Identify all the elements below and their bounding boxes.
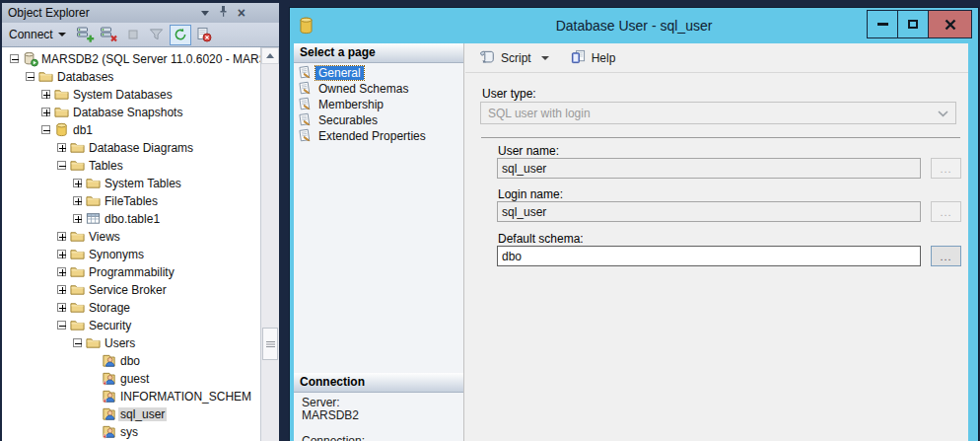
tree-row[interactable]: Views xyxy=(2,228,260,246)
page-icon xyxy=(298,81,312,98)
section-divider xyxy=(481,137,960,138)
page-item-owned-schemas[interactable]: Owned Schemas xyxy=(294,81,463,97)
tree-row[interactable]: INFORMATION_SCHEM xyxy=(2,388,260,405)
page-item-label: Owned Schemas xyxy=(315,82,411,96)
tree-row[interactable]: FileTables xyxy=(2,192,260,210)
dialog-titlebar[interactable]: Database User - sql_user xyxy=(290,8,978,43)
tree-row[interactable]: Database Diagrams xyxy=(2,139,260,157)
page-item-general[interactable]: General xyxy=(294,65,463,81)
minimize-button[interactable] xyxy=(867,10,898,38)
folder-icon xyxy=(70,318,86,333)
tree-row[interactable]: System Tables xyxy=(2,175,260,192)
filter-icon[interactable] xyxy=(146,25,168,45)
connect-label: Connect xyxy=(9,28,53,41)
tree-row[interactable]: Databases xyxy=(2,68,260,86)
expand-icon[interactable] xyxy=(57,267,66,276)
disconnect-server-icon[interactable] xyxy=(99,25,120,45)
collapse-icon[interactable] xyxy=(57,161,66,170)
scroll-up-button[interactable] xyxy=(261,47,279,64)
connection-label: Connection: xyxy=(302,434,365,441)
page-item-label: Securables xyxy=(315,113,381,127)
tree-row[interactable]: Users xyxy=(2,334,260,352)
user-name-input[interactable] xyxy=(497,158,921,179)
tree-item-label: sys xyxy=(118,425,140,439)
refresh-icon[interactable] xyxy=(170,25,191,45)
collapse-icon[interactable] xyxy=(73,338,82,347)
expand-icon[interactable] xyxy=(57,303,66,312)
tree-row[interactable]: System Databases xyxy=(2,86,260,104)
expand-icon[interactable] xyxy=(57,143,66,152)
help-label: Help xyxy=(592,51,616,65)
collapse-icon[interactable] xyxy=(10,54,19,63)
scrollbar-thumb[interactable] xyxy=(262,328,278,360)
grip-icon xyxy=(266,340,275,348)
page-icon xyxy=(298,97,312,113)
collapse-icon[interactable] xyxy=(41,125,50,134)
object-explorer-scrollbar[interactable] xyxy=(260,47,279,441)
default-schema-input[interactable] xyxy=(497,246,921,266)
expand-icon[interactable] xyxy=(73,179,82,187)
server-label: Server: xyxy=(302,396,340,409)
collapse-icon[interactable] xyxy=(26,72,35,81)
page-icon xyxy=(298,112,312,129)
tree-row[interactable]: Service Broker xyxy=(2,281,260,299)
default-schema-label: Default schema: xyxy=(498,232,584,246)
expand-icon[interactable] xyxy=(57,250,66,258)
script-icon xyxy=(478,49,495,67)
tree-row[interactable]: Tables xyxy=(2,157,260,175)
general-page: Script Help User type: SQL user with log… xyxy=(465,43,968,441)
script-error-icon[interactable] xyxy=(193,25,215,45)
help-button[interactable]: Help xyxy=(565,46,622,70)
login-name-browse-button[interactable]: ... xyxy=(931,201,961,222)
expand-icon[interactable] xyxy=(73,196,82,205)
object-explorer-titlebar[interactable]: Object Explorer × xyxy=(2,3,279,23)
page-item-membership[interactable]: Membership xyxy=(294,97,463,112)
expand-icon[interactable] xyxy=(57,285,66,294)
folder-icon xyxy=(70,229,86,245)
tree-row[interactable]: db1 xyxy=(2,121,260,139)
object-explorer-tree: MARSDB2 (SQL Server 11.0.6020 - MARSDDat… xyxy=(2,47,260,441)
expand-icon[interactable] xyxy=(73,214,82,223)
user-type-combobox[interactable]: SQL user with login xyxy=(480,102,956,124)
tree-item-label: Database Snapshots xyxy=(71,106,184,119)
chevron-down-icon xyxy=(58,33,66,37)
tree-row[interactable]: guest xyxy=(2,370,260,388)
page-item-label: General xyxy=(315,66,364,80)
tree-item-label: sql_user xyxy=(118,407,167,421)
page-item-securables[interactable]: Securables xyxy=(294,112,463,128)
folder-icon xyxy=(70,158,86,174)
login-name-input[interactable] xyxy=(497,201,921,222)
add-server-icon[interactable] xyxy=(75,25,97,45)
user-type-label: User type: xyxy=(482,87,536,101)
maximize-button[interactable] xyxy=(897,10,929,38)
tree-row[interactable]: dbo.table1 xyxy=(2,210,260,228)
tree-row[interactable]: Database Snapshots xyxy=(2,104,260,121)
page-item-extended-properties[interactable]: Extended Properties xyxy=(294,128,463,144)
pin-icon[interactable] xyxy=(218,4,229,22)
tree-row[interactable]: Security xyxy=(2,317,260,334)
tree-row[interactable]: Programmability xyxy=(2,263,260,281)
close-icon[interactable]: × xyxy=(238,7,245,19)
collapse-icon[interactable] xyxy=(57,321,66,330)
window-position-icon[interactable] xyxy=(201,11,209,16)
tree-row[interactable]: dbo xyxy=(2,352,260,370)
stop-icon[interactable] xyxy=(122,25,144,45)
tree-row[interactable]: sys xyxy=(2,423,260,441)
dialog-body: Select a page GeneralOwned SchemasMember… xyxy=(294,43,968,441)
expand-icon[interactable] xyxy=(41,108,50,116)
user-name-browse-button[interactable]: ... xyxy=(931,158,961,179)
tree-row[interactable]: Synonyms xyxy=(2,246,260,263)
close-button[interactable] xyxy=(928,10,972,38)
default-schema-browse-button[interactable]: ... xyxy=(931,246,961,266)
script-button[interactable]: Script xyxy=(472,46,559,70)
tree-item-label: dbo.table1 xyxy=(103,212,162,226)
tree-row[interactable]: Storage xyxy=(2,299,260,317)
tree-row[interactable]: sql_user xyxy=(2,405,260,423)
tree-row[interactable]: MARSDB2 (SQL Server 11.0.6020 - MARSD xyxy=(2,50,260,68)
folder-icon xyxy=(70,247,86,262)
chevron-down-icon[interactable] xyxy=(541,56,549,60)
expand-icon[interactable] xyxy=(57,232,66,241)
connect-button[interactable]: Connect xyxy=(2,28,73,41)
expand-icon[interactable] xyxy=(41,90,50,99)
tree-item-label: System Databases xyxy=(71,88,175,102)
